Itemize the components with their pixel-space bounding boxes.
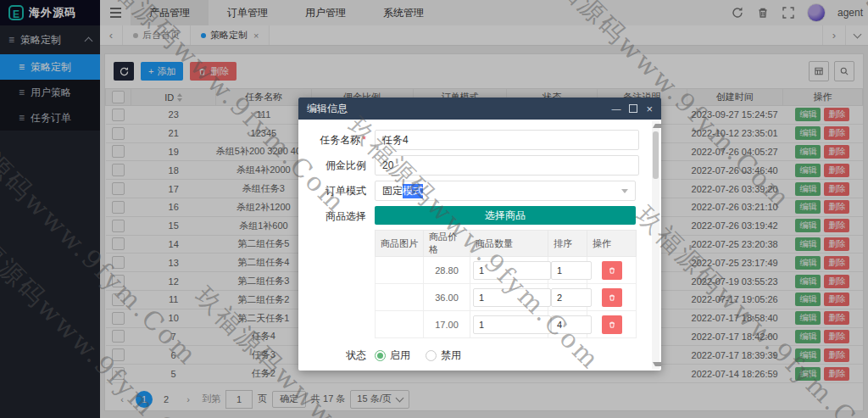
- order-mode-value: 固定: [382, 184, 403, 198]
- product-sort-input[interactable]: [551, 261, 592, 280]
- modal-scrollbar[interactable]: [652, 121, 659, 369]
- column-product-price: 商品价格: [424, 231, 470, 257]
- status-radio-group: 启用 禁用: [375, 345, 461, 365]
- task-name-label: 任务名称*: [298, 130, 375, 150]
- form-row-order-mode: 订单模式 固定模式: [298, 181, 639, 201]
- scrollbar-thumb[interactable]: [653, 131, 659, 179]
- scroll-up-icon[interactable]: [653, 124, 661, 128]
- close-icon[interactable]: ×: [646, 103, 653, 114]
- maximize-icon[interactable]: [629, 104, 637, 113]
- product-price: 36.00: [424, 284, 470, 311]
- product-row: 17.00: [376, 311, 637, 338]
- radio-selected-icon: [375, 350, 386, 361]
- minimize-icon[interactable]: —: [611, 104, 620, 114]
- product-delete-button[interactable]: [602, 261, 622, 280]
- modal-titlebar: 编辑信息 — ×: [298, 98, 661, 120]
- radio-unselected-icon: [426, 350, 437, 361]
- column-product-actions: 操作: [587, 231, 637, 257]
- screen: E 海外源码 产品管理 订单管理 用户管理 系统管理 agent: [0, 0, 868, 418]
- status-disabled-label: 禁用: [441, 348, 461, 363]
- product-delete-button[interactable]: [602, 288, 622, 307]
- column-product-qty: 商品数量: [470, 231, 548, 257]
- goods-label: 商品选择: [298, 206, 375, 226]
- status-label: 状态: [298, 345, 375, 365]
- task-name-input[interactable]: [375, 130, 639, 150]
- modal-title: 编辑信息: [307, 102, 348, 116]
- product-qty-input[interactable]: [473, 288, 551, 307]
- form-row-goods: 商品选择 选择商品 商品图片 商品价格 商品数量 排序: [298, 206, 639, 338]
- product-sort-input[interactable]: [551, 288, 592, 307]
- goods-area: 选择商品 商品图片 商品价格 商品数量 排序 操作: [375, 206, 637, 338]
- status-disabled-radio[interactable]: 禁用: [426, 348, 461, 363]
- modal-body: 任务名称* 佣金比例 订单模式 固定模式 商品选择 选择商品: [298, 120, 661, 371]
- product-row: 36.00: [376, 284, 637, 311]
- product-row: 28.80: [376, 257, 637, 284]
- edit-modal: 编辑信息 — × 任务名称* 佣金比例 订单模式 固定模式: [298, 98, 661, 371]
- order-mode-label: 订单模式: [298, 181, 375, 201]
- order-mode-selected-text: 模式: [403, 184, 423, 198]
- product-price: 17.00: [424, 311, 470, 338]
- product-price: 28.80: [424, 257, 470, 284]
- select-goods-button[interactable]: 选择商品: [375, 206, 636, 225]
- product-table: 商品图片 商品价格 商品数量 排序 操作 28.80: [375, 230, 637, 338]
- order-mode-select[interactable]: 固定模式: [375, 181, 636, 201]
- product-qty-input[interactable]: [473, 261, 551, 280]
- chevron-down-icon: [621, 189, 628, 193]
- product-header-row: 商品图片 商品价格 商品数量 排序 操作: [376, 231, 637, 257]
- product-delete-button[interactable]: [602, 315, 622, 334]
- form-row-task-name: 任务名称*: [298, 130, 639, 150]
- column-product-image: 商品图片: [376, 231, 424, 257]
- product-qty-input[interactable]: [473, 315, 551, 334]
- status-enabled-radio[interactable]: 启用: [375, 348, 410, 363]
- status-enabled-label: 启用: [390, 348, 410, 363]
- product-sort-input[interactable]: [551, 315, 592, 334]
- scroll-down-icon[interactable]: [653, 362, 661, 366]
- column-product-sort: 排序: [548, 231, 587, 257]
- commission-input[interactable]: [375, 155, 639, 176]
- form-row-status: 状态 启用 禁用: [298, 345, 639, 365]
- required-star: *: [362, 134, 366, 146]
- form-row-commission: 佣金比例: [298, 155, 639, 176]
- commission-label: 佣金比例: [298, 155, 375, 176]
